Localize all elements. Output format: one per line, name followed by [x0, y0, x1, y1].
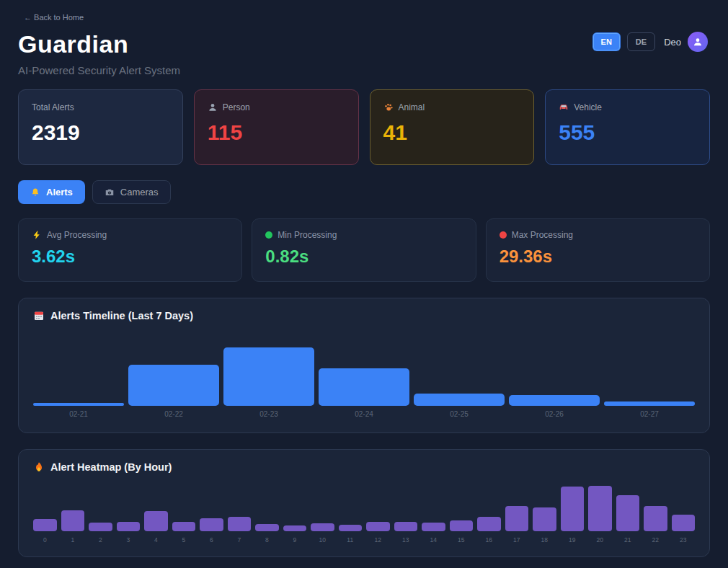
bar-11: [339, 525, 363, 531]
bar-02-27: [604, 401, 695, 406]
bar-21: [616, 495, 640, 531]
header-actions: EN DE Deo: [592, 32, 708, 52]
bar-tick-label-21: 21: [624, 536, 631, 544]
bar-column-02-26: 02-26: [509, 345, 600, 419]
bar-tick-label-4: 4: [154, 536, 158, 544]
paw-icon: [383, 102, 394, 112]
bar-tick-label-20: 20: [597, 536, 603, 544]
max-processing-label: Max Processing: [512, 230, 573, 240]
bar-tick-label-12: 12: [375, 536, 381, 544]
avg-processing-label: Avg Processing: [47, 230, 107, 240]
bar-tick-label-11: 11: [347, 536, 353, 544]
stat-vehicle-label: Vehicle: [574, 102, 602, 112]
avg-processing-value: 3.62s: [32, 247, 228, 267]
stat-vehicle-value: 555: [559, 120, 696, 145]
bar-13: [394, 522, 418, 531]
tab-cameras[interactable]: Cameras: [92, 180, 171, 204]
bar-tick-label-14: 14: [430, 536, 437, 544]
user-avatar[interactable]: [688, 32, 708, 52]
bar-15: [450, 520, 474, 531]
bar-column-18: 18: [533, 484, 556, 544]
bar-column-15: 15: [450, 484, 474, 544]
bar-tick-label-13: 13: [402, 536, 409, 544]
bar-22: [644, 506, 667, 531]
bar-18: [533, 507, 556, 531]
max-processing-card: Max Processing 29.36s: [486, 218, 710, 282]
bar-tick-label-02-23: 02-23: [259, 410, 278, 419]
bar-column-1: 1: [61, 484, 85, 544]
language-en-button[interactable]: EN: [592, 32, 621, 51]
bar-17: [505, 506, 529, 531]
bar-tick-label-1: 1: [71, 536, 74, 544]
bar-16: [477, 517, 501, 531]
tab-alerts[interactable]: Alerts: [18, 180, 85, 204]
bar-column-19: 19: [561, 484, 585, 544]
min-processing-value: 0.82s: [265, 247, 462, 267]
bar-tick-label-22: 22: [652, 536, 659, 544]
stat-card-person: Person 115: [194, 89, 359, 165]
view-tabs: Alerts Cameras: [18, 180, 710, 204]
bar-column-3: 3: [117, 484, 141, 544]
bar-column-23: 23: [672, 484, 696, 544]
stat-animal-value: 41: [383, 120, 521, 145]
bar-column-02-25: 02-25: [414, 345, 505, 419]
bar-02-25: [414, 394, 505, 406]
bar-2: [89, 523, 112, 531]
language-de-button[interactable]: DE: [627, 32, 655, 51]
bar-column-02-22: 02-22: [128, 345, 219, 419]
bar-20: [588, 486, 612, 531]
bar-column-5: 5: [172, 484, 196, 544]
bar-19: [561, 487, 585, 531]
bar-02-21: [33, 403, 124, 406]
bar-tick-label-5: 5: [182, 536, 185, 544]
username-label: Deo: [664, 37, 681, 48]
bar-9: [283, 525, 307, 531]
bar-3: [117, 522, 141, 531]
alert-heatmap-chart: 01234567891011121314151617181920212223: [33, 484, 695, 544]
bar-column-21: 21: [616, 484, 640, 544]
page-container: ← Back to Home Guardian AI-Powered Secur…: [0, 0, 728, 568]
bar-8: [255, 524, 279, 531]
bar-column-4: 4: [144, 484, 168, 544]
bar-12: [366, 522, 390, 531]
bar-1: [61, 510, 85, 531]
alert-heatmap-card: Alert Heatmap (By Hour) 0123456789101112…: [18, 449, 710, 557]
bar-02-26: [509, 395, 600, 406]
stats-row: Total Alerts 2319 Person 115 Animal 41: [18, 89, 710, 165]
bar-tick-label-02-22: 02-22: [164, 410, 183, 419]
bar-tick-label-6: 6: [210, 536, 213, 544]
bar-tick-label-15: 15: [458, 536, 464, 544]
bar-02-23: [223, 347, 314, 406]
car-icon: [559, 102, 569, 112]
bar-10: [311, 523, 334, 531]
bar-0: [33, 519, 57, 531]
bar-tick-label-02-25: 02-25: [450, 410, 469, 419]
bar-tick-label-19: 19: [569, 536, 575, 544]
bar-column-0: 0: [33, 484, 57, 544]
alerts-timeline-title: Alerts Timeline (Last 7 Days): [50, 310, 193, 321]
bar-column-8: 8: [255, 484, 279, 544]
bar-tick-label-23: 23: [680, 536, 686, 544]
stat-card-vehicle: Vehicle 555: [545, 89, 710, 165]
bar-column-16: 16: [477, 484, 501, 544]
bar-column-02-23: 02-23: [223, 345, 314, 419]
bar-tick-label-7: 7: [237, 536, 241, 544]
bar-tick-label-9: 9: [293, 536, 296, 544]
stat-total-value: 2319: [32, 120, 169, 145]
bar-column-20: 20: [588, 484, 612, 544]
bar-tick-label-10: 10: [319, 536, 326, 544]
bar-column-14: 14: [422, 484, 445, 544]
max-processing-value: 29.36s: [500, 247, 696, 267]
bar-tick-label-0: 0: [43, 536, 47, 544]
user-avatar-person-icon: [692, 36, 703, 48]
back-to-home-link[interactable]: ← Back to Home: [24, 13, 84, 22]
min-processing-card: Min Processing 0.82s: [252, 218, 476, 282]
bar-tick-label-17: 17: [513, 536, 520, 544]
green-dot-icon: [265, 231, 272, 239]
alerts-timeline-chart: 02-2102-2202-2302-2402-2502-2602-27: [33, 345, 695, 419]
stat-animal-label: Animal: [399, 102, 425, 112]
bar-tick-label-02-24: 02-24: [355, 410, 373, 419]
calendar-icon: [33, 310, 45, 321]
tab-alerts-label: Alerts: [46, 187, 73, 198]
stat-total-label: Total Alerts: [32, 102, 74, 112]
